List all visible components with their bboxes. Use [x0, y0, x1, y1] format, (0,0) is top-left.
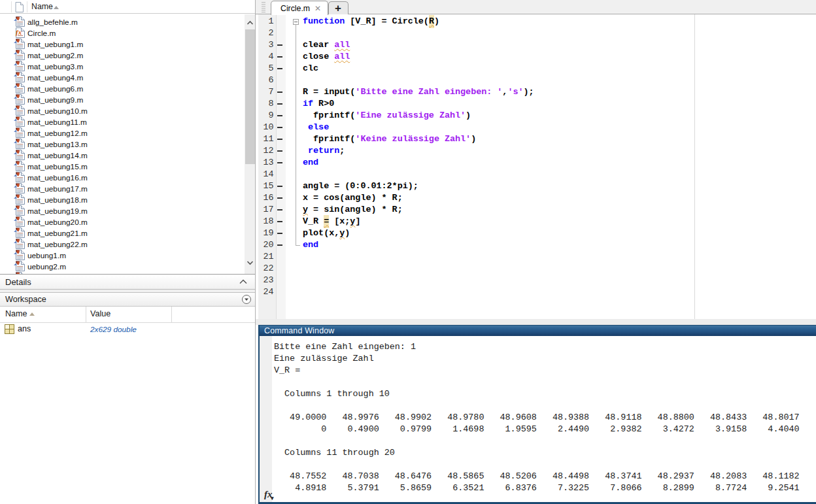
svg-text:fx: fx — [16, 28, 22, 36]
